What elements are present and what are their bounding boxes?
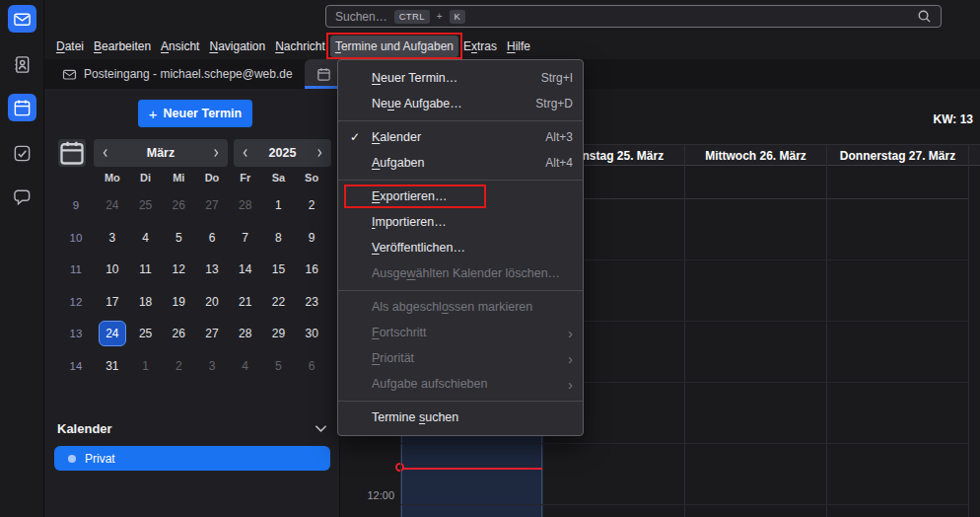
chevron-right-icon <box>315 147 323 159</box>
next-month-button[interactable] <box>204 139 228 167</box>
minical-day[interactable]: 6 <box>295 350 328 383</box>
menubar-item-bearbeiten[interactable]: Bearbeiten <box>89 36 156 57</box>
menu-bar: DateiBearbeitenAnsichtNavigationNachrich… <box>44 33 980 59</box>
menu-item-neue-aufgabe[interactable]: Neue Aufgabe…Strg+D <box>338 91 583 116</box>
minical-day[interactable]: 1 <box>129 350 163 383</box>
minical-day[interactable]: 24 <box>96 318 129 350</box>
menubar-item-nachricht[interactable]: Nachricht <box>270 36 330 57</box>
menubar-item-termine-und-aufgaben[interactable]: Termine und Aufgaben <box>330 36 458 57</box>
calendar-list-header[interactable]: Kalender <box>57 418 327 438</box>
minical-day[interactable]: 2 <box>162 350 195 383</box>
tab-mail-inbox[interactable]: Posteingang - michael.schepe@web.de <box>50 59 305 89</box>
minical-day[interactable]: 28 <box>229 189 262 222</box>
menubar-item-ansicht[interactable]: Ansicht <box>156 36 204 57</box>
menu-item-aufgabe-aufschieben: Aufgabe aufschieben› <box>338 371 583 397</box>
week-number: 14 <box>56 350 96 383</box>
minical-day[interactable]: 5 <box>262 350 296 383</box>
week-number: 11 <box>56 254 96 286</box>
minical-day[interactable]: 6 <box>195 222 229 255</box>
minical-selected-day: 24 <box>99 321 126 346</box>
calendar-list-item-privat[interactable]: Privat <box>54 446 330 471</box>
year-label: 2025 <box>257 146 308 160</box>
menubar-item-datei[interactable]: Datei <box>51 36 89 57</box>
week-number: 12 <box>56 286 96 319</box>
minical-day[interactable]: 4 <box>129 222 163 255</box>
minical-day[interactable]: 26 <box>162 318 195 350</box>
day-header-4[interactable]: Donnerstag 27. März <box>827 145 968 166</box>
menu-item-aufgaben[interactable]: AufgabenAlt+4 <box>338 150 583 176</box>
address-book-space-button[interactable] <box>8 50 36 78</box>
minical-day[interactable]: 23 <box>295 286 328 319</box>
menu-item-ausgewählten-kalender-löschen: Ausgewählten Kalender löschen… <box>338 260 583 286</box>
minical-day[interactable]: 1 <box>262 189 296 222</box>
menu-item-importieren[interactable]: Importieren… <box>338 209 583 235</box>
menubar-item-hilfe[interactable]: Hilfe <box>502 36 535 57</box>
minical-day[interactable]: 19 <box>162 286 195 319</box>
minical-day[interactable]: 31 <box>96 350 129 383</box>
minical-day[interactable]: 12 <box>162 254 195 286</box>
search-shortcut-hint: CTRL+K <box>387 10 466 24</box>
minical-dow-di: Di <box>129 166 163 189</box>
month-label: März <box>117 146 204 160</box>
menu-item-label: Aufgabe aufschieben <box>372 377 487 391</box>
minical-day[interactable]: 27 <box>195 318 229 350</box>
minical-day[interactable]: 2 <box>295 189 328 222</box>
minical-day[interactable]: 20 <box>195 286 229 319</box>
tasks-icon <box>13 144 32 163</box>
mail-space-button[interactable] <box>8 5 36 33</box>
minical-grid: MoDiMiDoFrSaSo92425262728121034567891110… <box>56 166 328 382</box>
menu-item-veröffentlichen[interactable]: Veröffentlichen… <box>338 235 583 260</box>
minical-day[interactable]: 14 <box>229 254 262 286</box>
mini-calendar: MoDiMiDoFrSaSo92425262728121034567891110… <box>56 166 328 382</box>
minical-day[interactable]: 17 <box>96 286 129 319</box>
minical-day[interactable]: 15 <box>262 254 296 286</box>
prev-year-button[interactable] <box>234 139 257 167</box>
calendar-space-button[interactable] <box>8 94 36 121</box>
menu-item-exportieren[interactable]: Exportieren… <box>338 184 583 209</box>
minical-day[interactable]: 3 <box>195 350 229 383</box>
new-event-button[interactable]: Neuer Termin <box>138 100 252 127</box>
minical-day[interactable]: 10 <box>96 254 129 286</box>
shortcut-keycap: CTRL <box>394 10 430 24</box>
menu-item-priorität: Priorität› <box>338 345 583 371</box>
minical-day[interactable]: 25 <box>129 189 163 222</box>
minical-day[interactable]: 25 <box>129 318 163 350</box>
minical-day[interactable]: 13 <box>195 254 229 286</box>
minical-day[interactable]: 27 <box>195 189 229 222</box>
menubar-item-navigation[interactable]: Navigation <box>204 36 270 57</box>
menu-item-kalender[interactable]: ✓KalenderAlt+3 <box>338 124 583 150</box>
tasks-space-button[interactable] <box>8 139 36 167</box>
prev-month-button[interactable] <box>94 139 117 167</box>
minical-day[interactable]: 7 <box>229 222 262 255</box>
day-header-3[interactable]: Mittwoch 26. März <box>685 145 826 166</box>
search-bar[interactable]: Suchen… CTRL+K <box>325 5 942 28</box>
menu-separator <box>338 290 583 291</box>
chevron-down-icon[interactable] <box>315 424 327 433</box>
minical-day[interactable]: 16 <box>295 254 328 286</box>
minical-day[interactable]: 28 <box>229 318 262 350</box>
minical-day[interactable]: 8 <box>262 222 296 255</box>
minical-day[interactable]: 3 <box>96 222 129 255</box>
minical-day[interactable]: 21 <box>229 286 262 319</box>
minical-day[interactable]: 4 <box>229 350 262 383</box>
minical-day[interactable]: 22 <box>262 286 296 319</box>
minical-day[interactable]: 9 <box>295 222 328 255</box>
menu-item-label: Veröffentlichen… <box>372 241 465 255</box>
next-year-button[interactable] <box>308 139 331 167</box>
menu-item-termine-suchen[interactable]: Termine suchen <box>338 405 583 430</box>
minical-day[interactable]: 30 <box>295 318 328 350</box>
minical-today-button[interactable] <box>58 139 86 167</box>
minical-day[interactable]: 11 <box>129 254 163 286</box>
minical-day[interactable]: 18 <box>129 286 163 319</box>
minical-day[interactable]: 29 <box>262 318 296 350</box>
menubar-item-extras[interactable]: Extras <box>458 36 502 57</box>
minical-day[interactable]: 26 <box>162 189 195 222</box>
menu-item-shortcut: Alt+3 <box>527 130 573 144</box>
chat-space-button[interactable] <box>8 183 36 210</box>
minical-day[interactable]: 5 <box>162 222 195 255</box>
calendar-tab-icon <box>316 67 331 82</box>
minical-day[interactable]: 24 <box>96 189 129 222</box>
spaces-toolbar <box>0 0 44 517</box>
menu-item-neuer-termin[interactable]: Neuer Termin…Strg+I <box>338 65 583 91</box>
menu-item-label: Priorität <box>372 351 414 365</box>
